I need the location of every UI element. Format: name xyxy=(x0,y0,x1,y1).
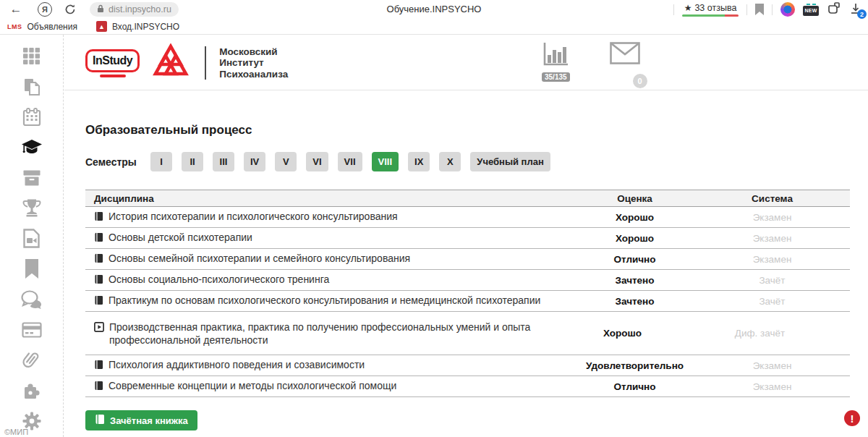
tag-extension-icon[interactable] xyxy=(827,1,841,18)
discipline-link: Практикум по основам психологического ко… xyxy=(109,294,540,307)
table-row: Производственная практика, практика по п… xyxy=(85,312,850,355)
puzzle-icon xyxy=(22,381,41,403)
reviews-count: 33 отзыва xyxy=(694,3,736,13)
video-file-icon xyxy=(22,229,41,251)
discipline-link: История психотерапии и психологического … xyxy=(109,210,398,223)
semesters-nav: Семестры I II III IV V VI VII VIII IX X … xyxy=(85,152,550,171)
alert-icon[interactable]: ! xyxy=(844,410,860,426)
sidebar-item-apps[interactable] xyxy=(21,48,43,67)
archive-box-icon xyxy=(22,169,41,190)
sidebar-item-documents[interactable] xyxy=(21,78,43,98)
book-icon xyxy=(94,211,103,224)
sidebar-item-bookmarks[interactable] xyxy=(21,260,43,280)
discipline-link: Современные концепции и методы психологи… xyxy=(109,379,396,392)
logo-divider xyxy=(205,46,206,80)
book-icon xyxy=(95,414,105,427)
semester-button-10[interactable]: X xyxy=(439,152,461,171)
instudy-logo-text: InStudy xyxy=(93,54,132,67)
table-row: Практикум по основам психологического ко… xyxy=(85,291,850,312)
bookmark-item-login[interactable]: ▲ Вход.INPSYCHO xyxy=(96,21,179,32)
apps-grid-icon xyxy=(22,47,41,68)
semester-button-9[interactable]: IX xyxy=(408,152,430,171)
disciplines-table: Дисциплина Оценка Система История психот… xyxy=(85,190,850,397)
system-value: Экзамен xyxy=(694,254,850,265)
table-row: Основы семейной психотерапии и семейного… xyxy=(85,249,850,270)
divider xyxy=(746,4,747,15)
grade-value: Зачтено xyxy=(575,296,694,307)
grade-value: Хорошо xyxy=(575,212,694,223)
divider xyxy=(772,4,773,15)
mail-count-badge: 0 xyxy=(633,74,647,88)
grade-value: Хорошо xyxy=(575,233,694,244)
table-header: Дисциплина Оценка Система xyxy=(85,190,850,207)
trophy-icon xyxy=(22,198,42,221)
progress-stats[interactable]: 35/135 xyxy=(542,42,570,82)
mail-stats[interactable]: 0 xyxy=(610,42,640,82)
semester-button-1[interactable]: I xyxy=(150,152,172,171)
discipline-link: Производственная практика, практика по п… xyxy=(109,321,563,347)
sidebar-item-messages[interactable] xyxy=(21,291,43,310)
col-discipline: Дисциплина xyxy=(85,193,575,204)
documents-icon xyxy=(22,77,41,99)
semester-button-8-active[interactable]: VIII xyxy=(372,152,399,171)
downloads-icon[interactable]: 2 xyxy=(849,2,864,17)
semester-button-7[interactable]: VII xyxy=(338,152,362,171)
sidebar-item-payments[interactable] xyxy=(21,321,43,341)
download-count-badge: 2 xyxy=(857,9,867,19)
divider xyxy=(673,4,674,15)
sidebar-item-attachments[interactable] xyxy=(21,352,43,371)
system-value: Экзамен xyxy=(694,212,850,223)
semester-button-6[interactable]: VI xyxy=(306,152,328,171)
institute-name: Московский Институт Психоанализа xyxy=(219,46,288,80)
grade-value: Хорошо xyxy=(563,328,682,339)
bookmark-flag-icon[interactable] xyxy=(755,4,764,15)
sidebar-item-integrations[interactable] xyxy=(21,382,43,402)
new-badge-extension-icon[interactable]: NEW xyxy=(803,4,819,16)
grade-value: Удовлетворительно xyxy=(575,360,694,371)
page-title: Образовательный процесс xyxy=(85,123,252,137)
bookmark-item-announcements[interactable]: LMS Объявления xyxy=(7,22,77,32)
sidebar-item-education[interactable] xyxy=(21,139,43,158)
reviews-rating[interactable]: ★ 33 отзыва xyxy=(682,3,739,17)
discipline-link: Основы социально-психологического тренин… xyxy=(109,273,329,286)
table-row: Основы детской психотерапии Хорошо Экзам… xyxy=(85,228,850,249)
site-header: InStudy Московский Институт Психоанализа… xyxy=(64,35,868,90)
semester-button-2[interactable]: II xyxy=(182,152,203,171)
play-icon xyxy=(94,322,104,335)
envelope-icon xyxy=(610,54,640,67)
attachment-icon xyxy=(22,350,41,373)
system-value: Экзамен xyxy=(694,381,850,392)
bar-chart-icon xyxy=(542,56,569,69)
left-sidebar: ©МИП xyxy=(0,35,64,437)
instudy-logo[interactable]: InStudy xyxy=(85,49,140,77)
bookmark-icon xyxy=(24,259,40,282)
payment-card-icon xyxy=(22,322,42,341)
semester-button-5[interactable]: V xyxy=(275,152,297,171)
sidebar-item-calendar[interactable] xyxy=(21,109,43,128)
chat-icon xyxy=(21,290,43,312)
main-content: InStudy Московский Институт Психоанализа… xyxy=(64,35,868,437)
book-icon xyxy=(94,295,103,308)
discipline-link: Психология аддиктивного поведения и соза… xyxy=(109,358,365,371)
gradebook-button[interactable]: Зачётная книжка xyxy=(85,410,197,430)
col-system: Система xyxy=(694,193,850,204)
sidebar-item-video[interactable] xyxy=(21,230,43,250)
extension-color-circle-icon[interactable] xyxy=(780,2,795,17)
system-value: Зачёт xyxy=(694,275,850,286)
col-grade: Оценка xyxy=(575,193,694,204)
semester-button-3[interactable]: III xyxy=(213,152,234,171)
institute-triangle-logo[interactable] xyxy=(153,43,189,82)
book-icon xyxy=(94,381,103,394)
rating-bar xyxy=(682,14,739,17)
book-icon xyxy=(94,232,103,245)
semester-button-4[interactable]: IV xyxy=(244,152,265,171)
grade-value: Отлично xyxy=(575,381,694,392)
study-plan-button[interactable]: Учебный план xyxy=(470,152,550,171)
grade-value: Отлично xyxy=(575,254,694,265)
grade-value: Зачтено xyxy=(575,275,694,286)
discipline-link: Основы семейной психотерапии и семейного… xyxy=(109,252,410,265)
calendar-icon xyxy=(22,108,41,130)
table-row: Психология аддиктивного поведения и соза… xyxy=(85,355,850,376)
sidebar-item-archive[interactable] xyxy=(21,169,43,189)
sidebar-item-trophy[interactable] xyxy=(21,200,43,219)
